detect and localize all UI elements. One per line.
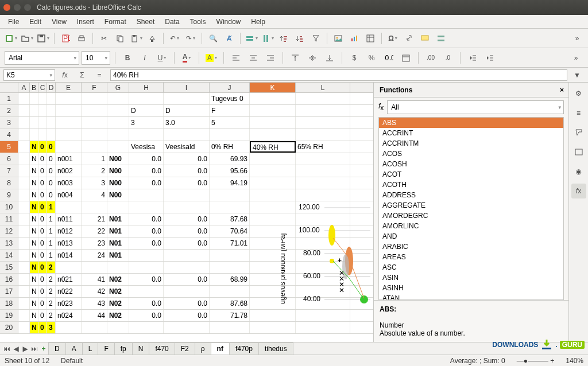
row-header[interactable]: 4 (0, 129, 18, 141)
toolbar-overflow-button[interactable]: » (570, 31, 585, 46)
cell[interactable]: 0 (38, 201, 47, 213)
cell[interactable]: N02 (107, 286, 129, 297)
row-header[interactable]: 1 (0, 93, 18, 104)
cell[interactable]: 2 (47, 298, 56, 309)
row-header[interactable]: 16 (0, 274, 18, 285)
function-item[interactable]: ACOS (379, 149, 563, 159)
function-wizard-button[interactable]: fx (57, 68, 72, 83)
underline-button[interactable]: U (154, 50, 169, 65)
special-char-button[interactable]: Ω (385, 31, 400, 46)
align-top-button[interactable] (288, 50, 303, 65)
cell[interactable]: N02 (107, 274, 129, 285)
cell[interactable]: 23 (82, 237, 107, 249)
zoom-level[interactable]: 140% (566, 357, 583, 365)
cell[interactable]: N (30, 141, 38, 153)
paste-button[interactable] (129, 31, 144, 46)
cell[interactable] (56, 117, 82, 129)
cell[interactable]: 0.0 (164, 274, 210, 285)
print-button[interactable] (74, 31, 89, 46)
function-item[interactable]: ASINH (379, 283, 563, 293)
gallery-tab-icon[interactable] (571, 145, 586, 159)
maximize-window-button[interactable] (24, 4, 31, 11)
cell[interactable]: 3.0 (164, 117, 210, 129)
spreadsheet-grid[interactable]: ABCDEFGHIJKL 1Tugevus 02DDF333.0545N00Ve… (0, 83, 373, 342)
sheet-tab[interactable]: ρ (195, 342, 211, 355)
cell[interactable]: N (30, 177, 38, 189)
cell[interactable] (250, 93, 296, 104)
function-item[interactable]: ARABIC (379, 242, 563, 252)
cell[interactable]: N (30, 165, 38, 177)
properties-tab-icon[interactable]: ≡ (571, 106, 586, 120)
add-decimal-button[interactable]: .00 (423, 50, 438, 65)
col-header-E[interactable]: E (56, 83, 82, 92)
cell[interactable] (18, 298, 30, 309)
menu-edit[interactable]: Edit (25, 17, 46, 27)
cell[interactable]: 0 (38, 322, 47, 333)
cell[interactable]: D (164, 105, 210, 116)
sheet-tab[interactable]: nf (211, 342, 230, 355)
cell[interactable] (18, 274, 30, 285)
cell[interactable] (296, 262, 350, 273)
cell[interactable]: n024 (56, 310, 82, 321)
cell[interactable] (250, 262, 296, 273)
cell[interactable]: 0.0 (129, 177, 164, 189)
cell[interactable] (56, 93, 82, 104)
function-item[interactable]: ACOT (379, 169, 563, 180)
cell[interactable] (250, 165, 296, 177)
cell[interactable] (56, 105, 82, 116)
cell[interactable]: N01 (107, 225, 129, 237)
cell[interactable]: N (30, 262, 38, 273)
cell[interactable] (18, 153, 30, 165)
cell[interactable] (210, 250, 250, 261)
cell[interactable]: 1 (47, 213, 56, 225)
cell[interactable] (82, 117, 107, 129)
cell[interactable]: 3 (129, 117, 164, 129)
cell[interactable]: 2 (82, 165, 107, 177)
row-header[interactable]: 7 (0, 165, 18, 177)
cell[interactable] (56, 201, 82, 213)
cell[interactable]: N02 (107, 298, 129, 309)
clone-formatting-button[interactable] (145, 31, 160, 46)
cell[interactable]: 0 (47, 153, 56, 165)
align-center-button[interactable] (246, 50, 261, 65)
col-header-C[interactable]: C (38, 83, 47, 92)
column-headers[interactable]: ABCDEFGHIJKL (0, 83, 373, 93)
sum-button[interactable]: Σ (75, 68, 90, 83)
cell[interactable] (56, 322, 82, 333)
cell[interactable]: 0 (38, 153, 47, 165)
cell[interactable] (47, 93, 56, 104)
cell[interactable]: 70.64 (210, 225, 250, 237)
export-pdf-button[interactable]: PDF (58, 31, 73, 46)
formatbar-overflow-button[interactable]: » (568, 50, 583, 65)
cell[interactable]: n003 (56, 177, 82, 189)
row-header[interactable]: 15 (0, 262, 18, 273)
cell[interactable] (296, 201, 350, 213)
cell[interactable] (296, 322, 350, 333)
menu-view[interactable]: View (47, 17, 71, 27)
cell[interactable]: n011 (56, 213, 82, 225)
cell[interactable] (296, 250, 350, 261)
formula-equals-button[interactable]: = (92, 68, 107, 83)
menu-help[interactable]: Help (246, 17, 270, 27)
cell[interactable] (30, 93, 38, 104)
cell[interactable] (250, 117, 296, 129)
cell[interactable]: 0 (38, 177, 47, 189)
cell[interactable] (210, 189, 250, 201)
align-vcenter-button[interactable] (305, 50, 320, 65)
cell[interactable] (296, 286, 350, 297)
sort-asc-button[interactable] (276, 31, 291, 46)
row-header[interactable]: 11 (0, 213, 18, 225)
cell[interactable]: N (30, 153, 38, 165)
cell[interactable] (56, 141, 82, 153)
cell[interactable]: 0.0 (164, 165, 210, 177)
tab-add-button[interactable]: + (39, 345, 48, 353)
cell[interactable] (129, 250, 164, 261)
cell[interactable]: 2 (47, 310, 56, 321)
row-button[interactable] (244, 31, 259, 46)
cell[interactable] (38, 117, 47, 129)
cell[interactable]: 1 (47, 201, 56, 213)
cell[interactable]: 3 (47, 322, 56, 333)
align-right-button[interactable] (263, 50, 278, 65)
function-item[interactable]: AMORLINC (379, 221, 563, 231)
function-item[interactable]: ACCRINT (379, 128, 563, 138)
